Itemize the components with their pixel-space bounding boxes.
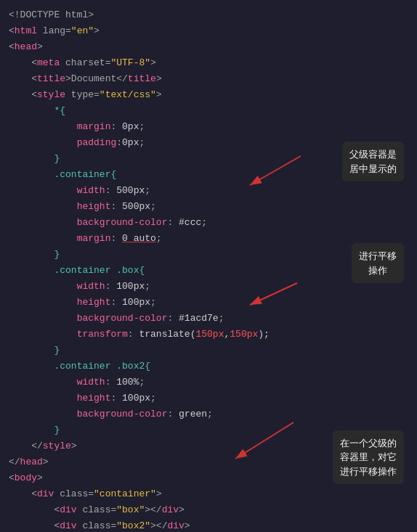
- code-line-21: transform: translate(150px,150px);: [0, 327, 417, 343]
- code-line-23: .container .box2{: [0, 359, 417, 375]
- code-line-5: <title>Document</title>: [0, 71, 417, 87]
- code-line-20: background-color: #1acd7e;: [0, 311, 417, 327]
- tooltip-translate: 进行平移操作: [352, 243, 404, 283]
- code-line-31: <div class="container">: [0, 486, 417, 502]
- code-line-13: height: 500px;: [0, 199, 417, 215]
- code-line-19: height: 100px;: [0, 295, 417, 311]
- arrow-2: [246, 279, 304, 308]
- code-line-25: height: 100px;: [0, 390, 417, 406]
- code-line-32: <div class="box"></div>: [0, 502, 417, 518]
- code-line-14: background-color: #ccc;: [0, 215, 417, 231]
- code-line-3: <head>: [0, 39, 417, 55]
- code-container: <!DOCTYPE html><html lang="en"><head> <m…: [0, 0, 417, 532]
- code-line-12: width: 500px;: [0, 183, 417, 199]
- code-line-8: margin: 0px;: [0, 119, 417, 135]
- svg-line-3: [250, 283, 297, 305]
- code-line-4: <meta charset="UTF-8">: [0, 55, 417, 71]
- svg-line-5: [235, 422, 293, 459]
- code-line-24: width: 100%;: [0, 375, 417, 390]
- arrow-3: [232, 419, 304, 462]
- code-line-33: <div class="box2"></div>: [0, 518, 417, 532]
- code-line-22: }: [0, 343, 417, 359]
- code-line-6: <style type="text/css">: [0, 87, 417, 103]
- code-line-1: <!DOCTYPE html>: [0, 7, 417, 23]
- tooltip-parent-translate: 在一个父级的容器里，对它进行平移操作: [333, 430, 404, 485]
- code-line-26: background-color: green;: [0, 406, 417, 422]
- tooltip-center: 父级容器是居中显示的: [342, 142, 404, 181]
- code-line-2: <html lang="en">: [0, 23, 417, 39]
- svg-line-1: [250, 156, 301, 185]
- arrow-1: [243, 152, 308, 189]
- code-line-7: *{: [0, 103, 417, 119]
